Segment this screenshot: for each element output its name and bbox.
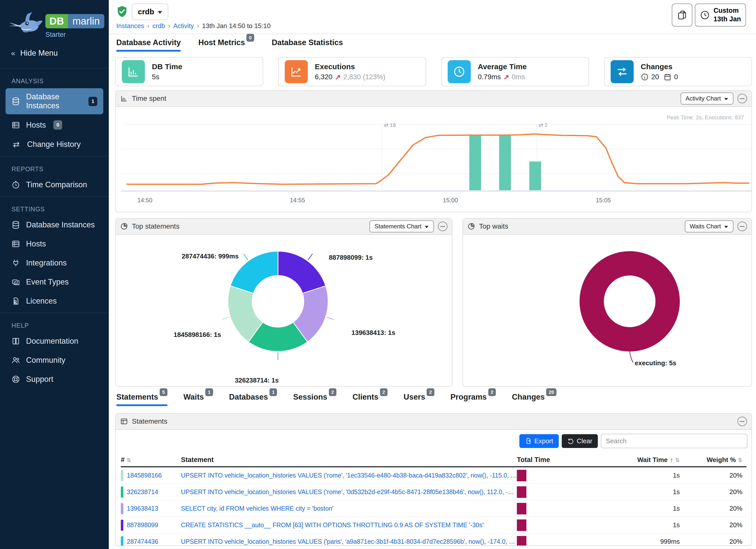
card-value: 5s	[152, 73, 159, 81]
tab-database-statistics[interactable]: Database Statistics	[272, 38, 343, 52]
statement-sql-link[interactable]: UPSERT INTO vehicle_location_histories V…	[181, 488, 517, 496]
sidebar-item-hosts[interactable]: Hosts 0	[6, 116, 103, 134]
tab-count-badge: 2	[329, 388, 337, 396]
statement-id-link[interactable]: 139638413	[127, 505, 158, 512]
collapse-panel-icon[interactable]	[737, 417, 747, 426]
tab-clients[interactable]: Clients2	[352, 393, 388, 406]
col-id[interactable]: #	[121, 456, 125, 464]
sidebar-item-support[interactable]: Support	[6, 371, 103, 388]
col-weight[interactable]: Weight %	[707, 456, 736, 464]
tab-statements[interactable]: Statements5	[116, 393, 167, 406]
sidebar-item-database-instances[interactable]: Database Instances 1	[6, 88, 103, 114]
statement-sql-link[interactable]: UPSERT INTO vehicle_location_histories V…	[181, 538, 517, 545]
sidebar-item-settings-hosts[interactable]: Hosts	[6, 235, 103, 252]
tab-sessions[interactable]: Sessions2	[293, 393, 336, 406]
server-icon	[12, 240, 20, 248]
sidebar-item-settings-database-instances[interactable]: Database Instances	[6, 216, 103, 233]
metric-cards: DB Time 5s Executions 6,320 ↗ 2,830 (123…	[115, 57, 752, 86]
count-badge: 0	[53, 120, 62, 130]
waits-chart-selector[interactable]: Waits Chart	[685, 220, 733, 232]
chevrons-left-icon: «	[11, 49, 15, 57]
breadcrumb-crdb[interactable]: crdb	[152, 22, 165, 30]
tab-programs[interactable]: Programs2	[450, 393, 496, 406]
clear-button[interactable]: Clear	[562, 434, 598, 448]
brand-logo: DB marlin Starter	[0, 0, 109, 41]
statement-id-link[interactable]: 887898099	[127, 521, 158, 529]
copy-link-button[interactable]	[672, 4, 692, 27]
statement-id-link[interactable]: 326238714	[127, 488, 158, 496]
sidebar-item-label: Integrations	[26, 258, 67, 267]
sidebar-item-label: Event Types	[26, 278, 69, 287]
instance-selector[interactable]: crdb	[132, 4, 168, 20]
search-input[interactable]	[601, 434, 747, 448]
statement-sql-link[interactable]: UPSERT INTO vehicle_location_histories V…	[181, 472, 517, 479]
sidebar-item-change-history[interactable]: ⇄ Change History	[6, 136, 103, 153]
tab-database-activity[interactable]: Database Activity	[116, 38, 181, 52]
sort-icon[interactable]: ⇅	[675, 457, 680, 463]
sidebar-item-time-comparison[interactable]: Time Comparison	[6, 176, 103, 193]
lifebuoy-icon	[12, 375, 20, 384]
calendar-icon[interactable]	[664, 73, 672, 81]
col-total-time[interactable]: Total Time	[517, 456, 550, 464]
time-range-button[interactable]: Custom 13th Jan	[695, 4, 746, 27]
col-wait-time[interactable]: Wait Time	[637, 456, 668, 464]
brand-marlin-badge: marlin	[68, 14, 104, 28]
pie-chart-icon	[467, 223, 475, 230]
tab-users[interactable]: Users2	[404, 393, 434, 406]
sidebar-item-event-types[interactable]: Event Types	[6, 273, 103, 291]
weight-value: 20%	[680, 538, 742, 545]
table-row: 326238714 UPSERT INTO vehicle_location_h…	[121, 484, 746, 500]
topbar: crdb Instances › crdb › Activity › 13th …	[109, 0, 756, 34]
panel-title: Top statements	[132, 222, 179, 230]
statements-panel: Statements Export Clear #⇅ Statement Tot…	[115, 413, 752, 546]
tab-databases[interactable]: Databases1	[229, 393, 277, 406]
statements-chart-selector[interactable]: Statements Chart	[369, 220, 434, 232]
weight-value: 20%	[680, 521, 742, 529]
hide-menu-button[interactable]: « Hide Menu	[0, 41, 109, 65]
card-db-time: DB Time 5s	[115, 57, 263, 86]
activity-chart-selector[interactable]: Activity Chart	[681, 93, 733, 105]
sidebar-item-documentation[interactable]: Documentation	[6, 333, 103, 350]
changes-info-count: 20	[651, 73, 659, 81]
collapse-panel-icon[interactable]	[737, 222, 747, 231]
export-button[interactable]: Export	[519, 434, 559, 448]
tab-waits[interactable]: Waits1	[183, 393, 213, 406]
waits-donut-chart[interactable]	[463, 235, 751, 387]
sort-icon[interactable]: ⇅	[738, 457, 742, 463]
card-title: DB Time	[152, 62, 182, 71]
sidebar-item-integrations[interactable]: Integrations	[6, 254, 103, 271]
tab-host-metrics[interactable]: Host Metrics0	[198, 38, 254, 52]
section-title-analysis: ANALYSIS	[12, 77, 97, 85]
section-title-settings: SETTINGS	[12, 206, 97, 213]
svg-text:14:50: 14:50	[137, 197, 152, 204]
breadcrumb-separator: ›	[197, 22, 199, 30]
tab-count-badge: 1	[269, 388, 277, 396]
col-statement[interactable]: Statement	[181, 456, 214, 464]
sidebar-item-licences[interactable]: Licences	[6, 293, 103, 310]
tab-count-badge: 2	[427, 388, 434, 396]
panel-title: Time spent	[132, 95, 166, 103]
breadcrumb-instances[interactable]: Instances	[116, 22, 144, 30]
breadcrumb-activity[interactable]: Activity	[173, 22, 194, 30]
table-row: 1845898166 UPSERT INTO vehicle_location_…	[121, 467, 746, 484]
pie-chart-icon	[120, 223, 128, 230]
card-value: 0.79ms	[478, 73, 501, 81]
health-shield-icon	[116, 5, 128, 18]
sidebar-item-community[interactable]: Community	[6, 352, 103, 369]
statement-sql-link[interactable]: CREATE STATISTICS __auto__ FROM [63] WIT…	[181, 521, 517, 529]
collapse-panel-icon[interactable]	[438, 222, 447, 231]
sort-icon[interactable]: ⇅	[127, 457, 131, 463]
donut-label: 887898099: 1s	[329, 254, 373, 261]
tab-count-badge: 1	[205, 388, 213, 396]
statement-color-chip	[121, 536, 123, 546]
tab-count-badge: 2	[380, 388, 388, 396]
statement-sql-link[interactable]: SELECT city, id FROM vehicles WHERE city…	[181, 505, 517, 512]
info-icon[interactable]	[641, 73, 649, 81]
svg-text:⇄ 18: ⇄ 18	[384, 122, 396, 128]
statement-id-link[interactable]: 1845898166	[127, 472, 162, 479]
activity-chart[interactable]: 14:5014:5515:0015:05⇄ 18⇄ 2	[116, 107, 752, 212]
statement-id-link[interactable]: 287474436	[127, 538, 158, 545]
collapse-panel-icon[interactable]	[737, 94, 747, 103]
tab-changes[interactable]: Changes20	[512, 393, 556, 406]
hide-menu-label: Hide Menu	[20, 49, 58, 58]
